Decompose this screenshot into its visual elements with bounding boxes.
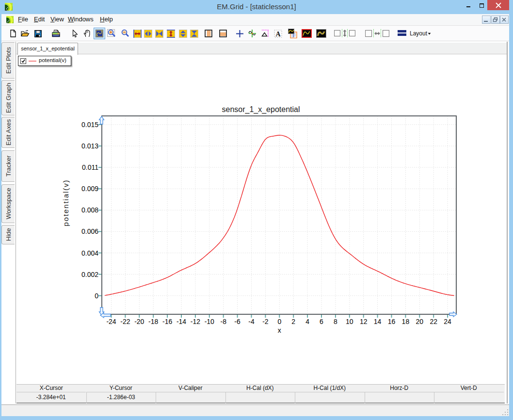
svg-text:0.011: 0.011 [82, 163, 98, 171]
svg-text:A: A [275, 30, 281, 37]
svg-text:12: 12 [360, 318, 368, 325]
svg-text:-8: -8 [220, 318, 226, 325]
svg-text:-4: -4 [248, 318, 255, 325]
svg-text:-2: -2 [262, 318, 269, 325]
svg-text:-12: -12 [191, 318, 200, 325]
svg-text:0.008: 0.008 [81, 206, 98, 214]
svg-text:0.004: 0.004 [81, 249, 98, 257]
svg-text:0: 0 [95, 292, 98, 300]
svg-text:0.009: 0.009 [81, 185, 98, 193]
svg-text:24: 24 [444, 318, 451, 325]
svg-text:-16: -16 [162, 318, 172, 325]
svg-text:0.006: 0.006 [81, 227, 98, 235]
svg-text:potential(v): potential(v) [62, 179, 70, 226]
svg-text:2: 2 [291, 318, 295, 325]
svg-text:-24: -24 [106, 318, 116, 325]
svg-text:8: 8 [334, 318, 337, 325]
svg-text:-20: -20 [134, 318, 144, 325]
svg-text:-6: -6 [234, 318, 240, 325]
svg-text:22: 22 [430, 318, 437, 325]
svg-text:20: 20 [416, 318, 424, 325]
svg-text:-10: -10 [205, 318, 214, 325]
svg-text:-18: -18 [148, 318, 158, 325]
svg-text:-22: -22 [120, 318, 130, 325]
svg-text:16: 16 [388, 318, 396, 325]
svg-text:sensor_1_x_epotential: sensor_1_x_epotential [222, 105, 300, 114]
svg-text:0.002: 0.002 [81, 271, 98, 278]
svg-text:x: x [278, 326, 281, 334]
svg-text:6: 6 [320, 318, 323, 325]
svg-text:4: 4 [305, 318, 309, 325]
svg-text:14: 14 [374, 318, 382, 325]
svg-text:18: 18 [402, 318, 410, 325]
svg-text:10: 10 [346, 318, 353, 325]
svg-text:0.013: 0.013 [81, 142, 98, 150]
svg-text:-14: -14 [176, 318, 186, 325]
svg-text:0.015: 0.015 [81, 121, 98, 129]
svg-text:0: 0 [277, 318, 281, 325]
